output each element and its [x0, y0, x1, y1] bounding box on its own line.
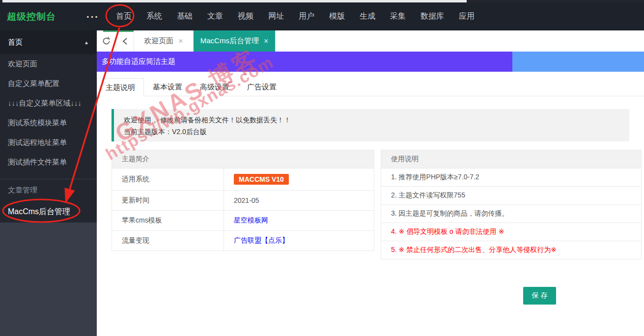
top-nav-item-basic[interactable]: 基础	[177, 11, 193, 22]
alert-line-1: 欢迎使用， 修改前请备份相关文件！以免数据丢失！！	[124, 114, 619, 126]
top-nav: 首页 系统 基础 文章 视频 网址 用户 模版 生成 采集 数据库 应用	[116, 11, 489, 22]
usage-note-3: 3. 因主题是可复制的商品，请勿传播。	[381, 205, 642, 223]
usage-note-1: 1. 推荐使用PHP版本≥7.0-7.2	[381, 168, 642, 187]
settings-tabs: 主题说明 基本设置 高级设置 广告设置	[97, 78, 644, 96]
sidebar-item-test-plugin-file[interactable]: 测试插件文件菜单	[0, 152, 97, 172]
refresh-button[interactable]	[97, 30, 116, 52]
ad-alliance-link[interactable]: 广告联盟【点乐】	[234, 236, 289, 244]
chevron-left-icon	[122, 37, 129, 45]
usage-note-4: 4. ※ 倡导文明模板 o 请勿非法使用 ※	[381, 223, 642, 241]
save-button[interactable]: 保 存	[523, 287, 556, 305]
row-label: 适用系统	[112, 168, 224, 191]
sidebar-item-welcome[interactable]: 欢迎页面	[0, 54, 97, 74]
sidebar: 首页 ▲ 欢迎页面 自定义菜单配置 ↓↓↓自定义菜单区域↓↓↓ 测试系统模块菜单…	[0, 30, 97, 336]
more-icon[interactable]: ···	[86, 14, 99, 19]
window-tab-bar: 欢迎页面 × MacCms后台管理 ×	[97, 30, 644, 52]
usage-note-5: 5. ※ 禁止任何形式的二次出售、分享他人等侵权行为※	[381, 241, 642, 259]
maccms-version-badge: MACCMS V10	[234, 174, 289, 185]
theme-banner: 多功能自适应简洁主题	[97, 52, 644, 72]
sidebar-item-home[interactable]: 首页 ▲	[0, 30, 97, 54]
welcome-alert: 欢迎使用， 修改前请备份相关文件！以免数据丢失！！ 当前主题版本：V2.0后台版	[112, 109, 629, 141]
window-tab-welcome[interactable]: 欢迎页面 ×	[134, 30, 194, 52]
theme-banner-title: 多功能自适应简洁主题	[102, 57, 175, 66]
row-label: 苹果cms模板	[112, 211, 224, 231]
top-nav-item-home[interactable]: 首页	[116, 11, 132, 22]
refresh-icon	[102, 36, 111, 46]
usage-notes-table: 使用说明 1. 推荐使用PHP版本≥7.0-7.2 2. 主题文件读写权限755…	[381, 150, 642, 259]
sidebar-empty-area	[0, 223, 97, 336]
row-value: 2021-05	[224, 191, 374, 211]
collapse-caret-icon[interactable]: ▲	[84, 40, 89, 45]
sidebar-item-home-label: 首页	[8, 38, 23, 47]
table-row: 苹果cms模板 星空模板网	[112, 211, 374, 231]
sidebar-item-custom-menu-config[interactable]: 自定义菜单配置	[0, 74, 97, 93]
template-site-link[interactable]: 星空模板网	[234, 216, 268, 224]
tab-advanced-settings[interactable]: 高级设置	[191, 78, 238, 96]
sidebar-item-maccms-admin[interactable]: MacCms后台管理	[0, 201, 97, 223]
table-row: 2. 主题文件读写权限755	[381, 187, 642, 205]
close-icon[interactable]: ×	[264, 37, 268, 46]
row-label: 更新时间	[112, 191, 224, 211]
loading-progress-bar	[103, 30, 134, 32]
browser-edge-strip	[0, 0, 644, 2]
window-tab-maccms-admin-label: MacCms后台管理	[200, 36, 259, 46]
theme-intro-table-title: 主题简介	[112, 150, 374, 168]
usage-notes-table-title: 使用说明	[381, 150, 642, 168]
table-row: 1. 推荐使用PHP版本≥7.0-7.2	[381, 168, 642, 187]
window-tab-maccms-admin[interactable]: MacCms后台管理 ×	[194, 30, 276, 52]
table-row: 5. ※ 禁止任何形式的二次出售、分享他人等侵权行为※	[381, 241, 642, 259]
table-row: 流量变现 广告联盟【点乐】	[112, 231, 374, 251]
app-logo: 超级控制台	[7, 10, 81, 23]
tab-theme-description[interactable]: 主题说明	[97, 78, 144, 97]
top-bar: 超级控制台 ··· 首页 系统 基础 文章 视频 网址 用户 模版 生成 采集 …	[0, 2, 644, 30]
browser-edge-strip-light	[2, 0, 467, 2]
sidebar-item-custom-menu-area[interactable]: ↓↓↓自定义菜单区域↓↓↓	[0, 93, 97, 113]
table-row: 4. ※ 倡导文明模板 o 请勿非法使用 ※	[381, 223, 642, 241]
top-nav-item-article[interactable]: 文章	[207, 11, 223, 22]
top-nav-item-database[interactable]: 数据库	[420, 11, 444, 22]
top-nav-item-video[interactable]: 视频	[238, 11, 253, 22]
top-nav-item-collect[interactable]: 采集	[390, 11, 406, 22]
row-label: 流量变现	[112, 231, 224, 251]
sidebar-group-article-manage[interactable]: 文章管理	[0, 179, 97, 201]
tab-ad-settings[interactable]: 广告设置	[238, 78, 285, 96]
main-content: 欢迎页面 × MacCms后台管理 × 多功能自适应简洁主题 主题说明 基本设置…	[97, 30, 644, 336]
theme-intro-table: 主题简介 适用系统 MACCMS V10 更新时间 2021-05 苹果cms模…	[112, 150, 374, 251]
sidebar-item-test-remote-url[interactable]: 测试远程地址菜单	[0, 133, 97, 152]
close-icon[interactable]: ×	[178, 37, 183, 46]
theme-banner-progress	[512, 52, 644, 72]
top-nav-item-app[interactable]: 应用	[459, 11, 475, 22]
top-nav-item-system[interactable]: 系统	[146, 11, 162, 22]
table-row: 适用系统 MACCMS V10	[112, 168, 374, 191]
sidebar-item-test-system-module[interactable]: 测试系统模块菜单	[0, 113, 97, 133]
alert-line-2: 当前主题版本：V2.0后台版	[124, 126, 619, 138]
top-nav-item-website[interactable]: 网址	[268, 11, 284, 22]
theme-settings-page: 主题说明 基本设置 高级设置 广告设置 欢迎使用， 修改前请备份相关文件！以免数…	[97, 72, 644, 336]
window-tab-welcome-label: 欢迎页面	[144, 36, 173, 46]
back-button[interactable]	[116, 30, 134, 52]
tab-basic-settings[interactable]: 基本设置	[144, 78, 191, 96]
top-nav-item-user[interactable]: 用户	[299, 11, 314, 22]
table-row: 更新时间 2021-05	[112, 191, 374, 211]
top-nav-item-generate[interactable]: 生成	[360, 11, 375, 22]
usage-note-2: 2. 主题文件读写权限755	[381, 187, 642, 205]
top-nav-item-template[interactable]: 模版	[329, 11, 345, 22]
table-row: 3. 因主题是可复制的商品，请勿传播。	[381, 205, 642, 223]
